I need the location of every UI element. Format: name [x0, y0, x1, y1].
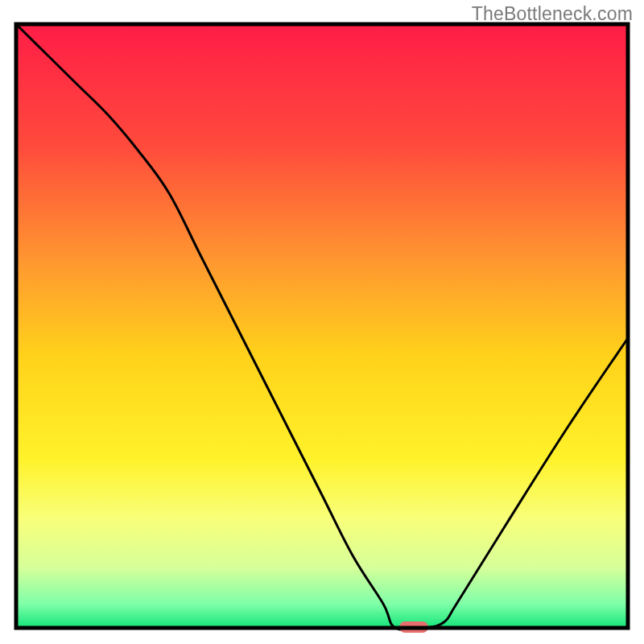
watermark-text: TheBottleneck.com — [472, 3, 633, 25]
bottleneck-chart — [0, 0, 644, 644]
chart-stage: TheBottleneck.com — [0, 0, 644, 644]
